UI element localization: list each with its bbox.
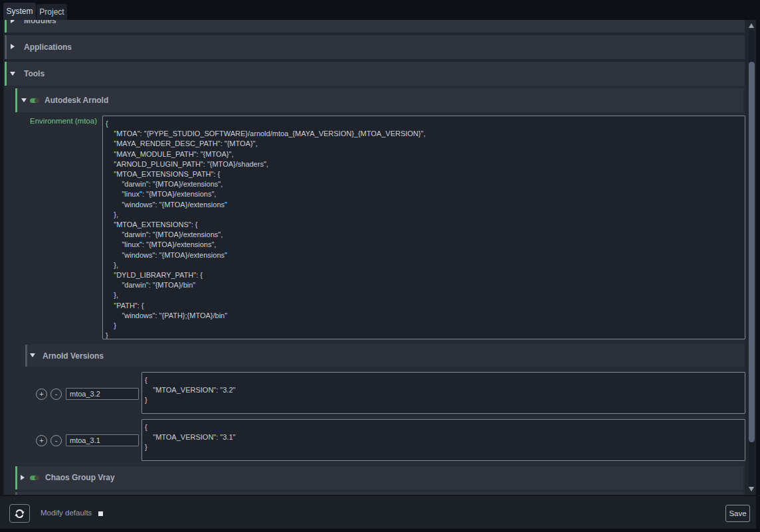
section-tools-title: Tools [24,69,45,78]
section-vray-title: Chaos Group Vray [45,473,115,482]
section-arnold-versions-title: Arnold Versions [43,351,104,361]
refresh-icon [15,509,25,519]
settings-scroll-area: Modules Applications Tools Autodesk Arno… [3,20,747,495]
version-value-textarea[interactable] [142,372,745,414]
section-autodesk-arnold[interactable]: Autodesk Arnold [15,88,743,112]
collapse-arrow-icon[interactable] [21,475,25,480]
vertical-scrollbar[interactable] [747,20,756,495]
environment-mtoa-textarea[interactable] [102,116,745,339]
section-chaos-group-vray[interactable]: Chaos Group Vray [15,466,743,489]
section-applications[interactable]: Applications [5,35,745,59]
scroll-up-arrow-icon[interactable] [749,23,754,28]
refresh-button[interactable] [9,504,30,523]
environment-mtoa-label: Environment (mtoa) [5,117,97,125]
add-version-button[interactable]: + [36,435,47,446]
vray-enabled-toggle[interactable] [30,476,39,480]
footer-bar: Modify defaults Save [0,496,756,529]
version-value-textarea[interactable] [142,419,745,461]
remove-version-button[interactable]: - [50,435,62,446]
section-tools[interactable]: Tools [5,62,745,86]
arnold-enabled-toggle[interactable] [30,98,39,103]
collapse-arrow-icon[interactable] [11,44,15,49]
section-modules-title: Modules [24,20,56,25]
version-key-input[interactable] [66,434,139,446]
add-version-button[interactable]: + [36,389,47,400]
tab-system[interactable]: System [3,3,36,20]
toggle-knob-icon [35,98,39,103]
modify-defaults-label: Modify defaults [41,496,92,529]
collapse-arrow-icon[interactable] [11,20,15,23]
save-button[interactable]: Save [725,505,750,522]
tab-bar: System Project [0,0,760,20]
toggle-knob-icon [35,476,39,480]
settings-window: System Project Modules Applications Tool… [0,0,760,532]
expand-arrow-icon[interactable] [10,72,15,76]
section-modules[interactable]: Modules [5,20,745,33]
modify-defaults-checkbox[interactable] [98,511,103,516]
section-applications-title: Applications [24,43,72,52]
version-key-input[interactable] [66,388,139,400]
tab-project[interactable]: Project [37,4,67,20]
scrollbar-thumb[interactable] [749,62,755,442]
expand-arrow-icon[interactable] [21,98,27,102]
window-right-edge [756,20,760,529]
section-arnold-title: Autodesk Arnold [45,96,108,105]
expand-arrow-icon[interactable] [30,353,35,357]
window-bottom-edge [0,529,760,532]
remove-version-button[interactable]: - [50,389,62,400]
section-arnold-versions[interactable]: Arnold Versions [25,345,745,367]
scroll-down-arrow-icon[interactable] [749,487,754,491]
section-tools-body: Autodesk Arnold Environment (mtoa) Arnol… [5,86,745,495]
